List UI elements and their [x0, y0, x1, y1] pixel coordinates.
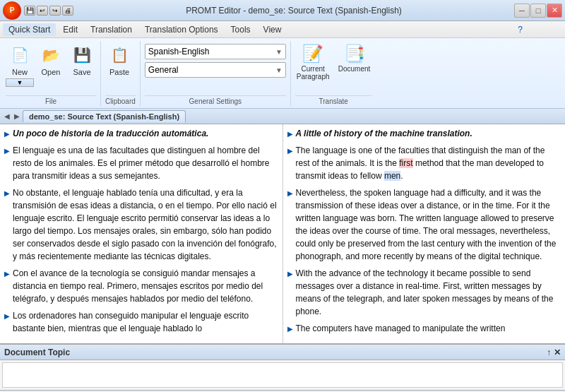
- language-pair-select[interactable]: Spanish-English ▼: [145, 44, 286, 59]
- new-label: New: [12, 68, 28, 76]
- document-icon: 📑: [344, 44, 365, 64]
- file-buttons: 📄 New ▼ 📂 Open 💾 Save: [6, 41, 96, 95]
- new-icon: 📄: [8, 44, 31, 66]
- para-text: The computers have managed to manipulate…: [296, 322, 561, 335]
- menu-translation-options[interactable]: Translation Options: [139, 23, 224, 36]
- document-button[interactable]: 📑 Document: [337, 42, 372, 74]
- source-pane[interactable]: ▶Un poco de historia de la traducción au…: [0, 124, 283, 343]
- para-text: The language is one of the faculties tha…: [296, 144, 561, 182]
- para-text: Un poco de historia de la traducción aut…: [13, 127, 278, 140]
- save-icon: 💾: [71, 44, 93, 66]
- ribbon-group-translate: 📝 CurrentParagraph 📑 Document Translate: [291, 41, 376, 107]
- translation-paragraph: ▶With the advance of the technology it b…: [287, 267, 561, 318]
- source-paragraph: ▶El lenguaje es una de las facultades qu…: [4, 144, 278, 182]
- save-button[interactable]: 💾 Save: [68, 42, 96, 78]
- para-marker: ▶: [4, 188, 10, 263]
- paste-label: Paste: [109, 68, 129, 76]
- close-button[interactable]: ✕: [547, 4, 562, 18]
- bottom-panel-content: [2, 362, 563, 388]
- maximize-button[interactable]: □: [530, 4, 546, 18]
- title-bar: P 💾 ↩ ↪ 🖨 PROMT Editor - demo_se: Source…: [0, 0, 565, 21]
- source-paragraph: ▶No obstante, el lenguaje hablado tenía …: [4, 186, 278, 263]
- menu-view[interactable]: View: [258, 23, 287, 36]
- source-paragraph: ▶Los ordenadores han conseguido manipula…: [4, 309, 278, 335]
- para-marker: ▶: [4, 129, 10, 140]
- redo-btn[interactable]: ↪: [49, 6, 61, 16]
- para-text: A little of history of the machine trans…: [296, 127, 561, 140]
- window-title: PROMT Editor - demo_se: Source Text (Spa…: [73, 6, 514, 16]
- translate-buttons: 📝 CurrentParagraph 📑 Document: [295, 41, 372, 95]
- save-quick-btn[interactable]: 💾: [24, 6, 35, 16]
- bottom-panel-title: Document Topic: [4, 348, 70, 357]
- new-dropdown-arrow[interactable]: ▼: [6, 78, 34, 87]
- topic-select[interactable]: General ▼: [145, 62, 286, 78]
- open-icon: 📂: [40, 44, 62, 66]
- open-label: Open: [42, 68, 61, 76]
- ribbon-group-file: 📄 New ▼ 📂 Open 💾 Save File: [1, 41, 101, 107]
- bottom-panel-float-btn[interactable]: ↑: [547, 348, 551, 357]
- para-marker: ▶: [287, 145, 293, 182]
- bottom-panel: Document Topic ↑ ✕ 📚Dictionaries✅Preserv…: [0, 343, 565, 392]
- window-controls: ─ □ ✕: [514, 4, 562, 18]
- document-label: Document: [338, 65, 371, 73]
- new-button[interactable]: 📄 New: [6, 42, 34, 78]
- menu-edit[interactable]: Edit: [57, 23, 83, 36]
- minimize-button[interactable]: ─: [514, 4, 530, 18]
- menu-quick-start[interactable]: Quick Start: [3, 23, 56, 36]
- para-text: With the advance of the technology it be…: [296, 267, 561, 318]
- translation-paragraph: ▶The computers have managed to manipulat…: [287, 322, 561, 335]
- translation-paragraph: ▶Nevertheless, the spoken language had a…: [287, 186, 561, 263]
- menu-tools[interactable]: Tools: [225, 23, 256, 36]
- bottom-panel-close-btn[interactable]: ✕: [554, 348, 561, 357]
- bottom-panel-header: Document Topic ↑ ✕: [0, 345, 565, 360]
- translation-paragraph: ▶The language is one of the faculties th…: [287, 144, 561, 182]
- para-text: Nevertheless, the spoken language had a …: [296, 186, 561, 263]
- para-marker: ▶: [4, 145, 10, 182]
- ribbon-group-clipboard: 📋 Paste Clipboard: [101, 41, 141, 107]
- topic-arrow: ▼: [275, 66, 282, 74]
- topic-value: General: [148, 65, 179, 75]
- current-paragraph-label: CurrentParagraph: [297, 65, 330, 81]
- clipboard-buttons: 📋 Paste: [105, 41, 136, 95]
- source-paragraph: ▶Con el avance de la tecnología se consi…: [4, 267, 278, 305]
- settings-group-label: General Settings: [145, 95, 286, 107]
- para-marker: ▶: [4, 268, 10, 305]
- para-text: Los ordenadores han conseguido manipular…: [13, 309, 278, 335]
- main-content: ▶Un poco de historia de la traducción au…: [0, 124, 565, 343]
- quick-access-toolbar: 💾 ↩ ↪ 🖨: [24, 6, 73, 16]
- para-marker: ▶: [287, 268, 293, 318]
- language-pair-arrow: ▼: [275, 48, 282, 56]
- app-logo: P: [3, 1, 21, 20]
- source-paragraph: ▶Un poco de historia de la traducción au…: [4, 127, 278, 140]
- ribbon-group-settings: Spanish-English ▼ General ▼ General Sett…: [141, 41, 291, 107]
- tab-nav-right[interactable]: ▶: [13, 111, 21, 121]
- translate-group-label: Translate: [295, 95, 372, 107]
- para-marker: ▶: [4, 311, 10, 335]
- clipboard-group-label: Clipboard: [105, 95, 136, 107]
- ribbon: 📄 New ▼ 📂 Open 💾 Save File 📋 Paste Clip: [0, 38, 565, 109]
- para-marker: ▶: [287, 129, 293, 140]
- open-button[interactable]: 📂 Open: [37, 42, 65, 78]
- current-paragraph-icon: 📝: [302, 44, 323, 64]
- title-bar-left: P 💾 ↩ ↪ 🖨: [3, 1, 73, 20]
- translation-paragraph: ▶A little of history of the machine tran…: [287, 127, 561, 140]
- print-btn[interactable]: 🖨: [62, 6, 73, 16]
- translation-pane[interactable]: ▶A little of history of the machine tran…: [283, 124, 566, 343]
- paste-button[interactable]: 📋 Paste: [105, 42, 133, 78]
- para-text: Con el avance de la tecnología se consig…: [13, 267, 278, 305]
- para-marker: ▶: [287, 188, 293, 263]
- file-group-label: File: [6, 95, 96, 107]
- help-button[interactable]: ?: [518, 25, 523, 35]
- undo-btn[interactable]: ↩: [37, 6, 48, 16]
- settings-dropdowns: Spanish-English ▼ General ▼: [145, 41, 286, 78]
- document-tab[interactable]: demo_se: Source Text (Spanish-English): [23, 110, 186, 122]
- tab-nav-left[interactable]: ◀: [3, 111, 11, 121]
- para-marker: ▶: [287, 323, 293, 335]
- document-tab-bar: ◀ ▶ demo_se: Source Text (Spanish-Englis…: [0, 109, 565, 124]
- menu-translation[interactable]: Translation: [85, 23, 138, 36]
- menu-bar: Quick Start Edit Translation Translation…: [0, 21, 565, 38]
- paste-icon: 📋: [108, 44, 131, 66]
- bottom-panel-controls: ↑ ✕: [547, 348, 561, 357]
- current-paragraph-button[interactable]: 📝 CurrentParagraph: [295, 42, 331, 82]
- para-text: El lenguaje es una de las facultades que…: [13, 144, 278, 182]
